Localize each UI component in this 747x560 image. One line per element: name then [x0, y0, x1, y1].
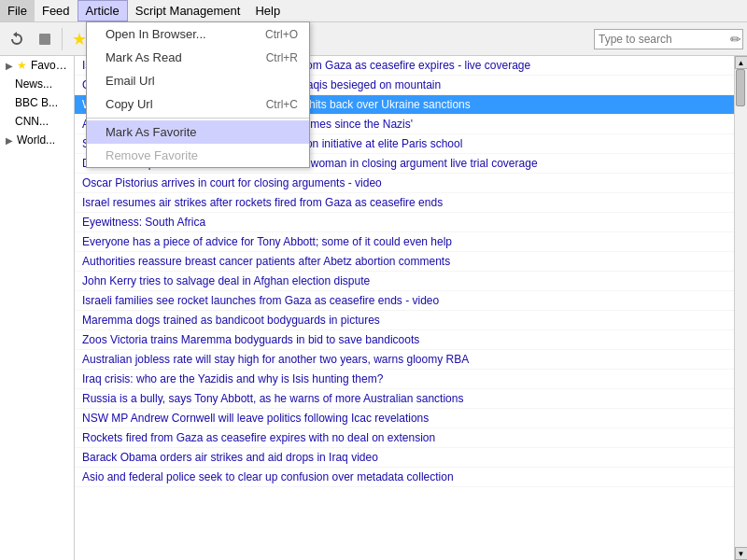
article-item[interactable]: Maremma dogs trained as bandicoot bodygu… [75, 311, 734, 330]
sidebar-item-news[interactable]: News... [0, 75, 74, 93]
menu-open-browser[interactable]: Open In Browser... Ctrl+O [87, 22, 309, 46]
article-context-menu: Open In Browser... Ctrl+O Mark As Read C… [86, 21, 310, 168]
article-item[interactable]: Rockets fired from Gaza as ceasefire exp… [75, 428, 734, 448]
article-item[interactable]: NSW MP Andrew Cornwell will leave politi… [75, 409, 734, 428]
scrollbar-thumb[interactable] [736, 69, 745, 106]
article-item[interactable]: Russia is a bully, says Tony Abbott, as … [75, 389, 734, 409]
menu-mark-read[interactable]: Mark As Read Ctrl+R [87, 46, 309, 69]
pen-icon: ✏ [730, 32, 741, 47]
article-item[interactable]: Australian jobless rate will stay high f… [75, 350, 734, 370]
article-item[interactable]: Asio and federal police seek to clear up… [75, 468, 734, 487]
toolbar-separator [62, 28, 63, 50]
search-icon-button[interactable]: ✏ [730, 32, 741, 47]
refresh-button[interactable] [4, 26, 30, 52]
article-item[interactable]: Oscar Pistorius arrives in court for clo… [75, 174, 734, 193]
article-item[interactable]: Israeli families see rocket launches fro… [75, 291, 734, 311]
menu-script[interactable]: Script Management [128, 0, 248, 21]
article-item[interactable]: Zoos Victoria trains Maremma bodyguards … [75, 330, 734, 350]
stop-button[interactable] [32, 26, 58, 52]
article-item[interactable]: Iraq crisis: who are the Yazidis and why… [75, 370, 734, 389]
menu-file[interactable]: File [0, 0, 35, 21]
article-item[interactable]: John Kerry tries to salvage deal in Afgh… [75, 272, 734, 291]
menu-copy-url[interactable]: Copy Url Ctrl+C [87, 92, 309, 116]
menu-feed[interactable]: Feed [35, 0, 78, 21]
article-item[interactable]: Israel resumes air strikes after rockets… [75, 193, 734, 213]
sidebar-item-world[interactable]: ▶ World... [0, 131, 74, 149]
scrollbar[interactable]: ▲ ▼ [734, 56, 747, 560]
menu-email-url[interactable]: Email Url [87, 69, 309, 92]
scroll-up-button[interactable]: ▲ [735, 56, 748, 69]
sidebar-item-bbc[interactable]: BBC B... [0, 93, 74, 112]
sidebar-item-cnn[interactable]: CNN... [0, 112, 74, 131]
article-item[interactable]: Everyone has a piece of advice for Tony … [75, 232, 734, 252]
scrollbar-track[interactable] [735, 69, 748, 547]
menubar: File Feed Article Script Management Help [0, 0, 747, 22]
svg-rect-0 [39, 34, 50, 45]
sidebar-item-favorites[interactable]: ▶ ★ Favou... [0, 56, 74, 75]
menu-remove-favorite: Remove Favorite [87, 144, 309, 167]
menu-separator [87, 118, 309, 119]
search-input[interactable] [594, 29, 743, 49]
scroll-down-button[interactable]: ▼ [735, 547, 748, 560]
menu-mark-favorite[interactable]: Mark As Favorite [87, 120, 309, 144]
sidebar: ▶ ★ Favou... News... BBC B... CNN... ▶ W… [0, 56, 75, 560]
search-container: ✏ [594, 29, 743, 49]
menu-help[interactable]: Help [247, 0, 288, 21]
article-item[interactable]: Eyewitness: South Africa [75, 213, 734, 232]
menu-article[interactable]: Article [78, 0, 128, 21]
article-item[interactable]: Barack Obama orders air strikes and aid … [75, 448, 734, 468]
article-item[interactable]: Authorities reassure breast cancer patie… [75, 252, 734, 272]
